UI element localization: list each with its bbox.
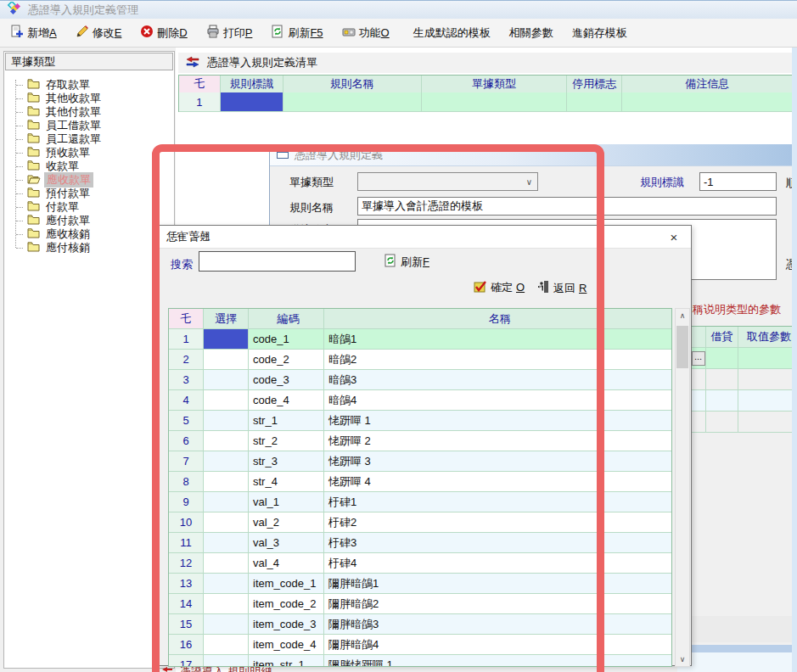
list-icon xyxy=(185,56,200,70)
picker-row[interactable]: 10 val_2 杅硉2 xyxy=(169,512,671,533)
search-input[interactable] xyxy=(199,251,356,272)
tree-item[interactable]: 其他付款單 xyxy=(9,105,174,119)
name-cell: 杅硉1 xyxy=(324,492,671,512)
print-button[interactable]: 打印P xyxy=(203,22,256,43)
picker-row[interactable]: 11 val_3 杅硉3 xyxy=(169,533,671,553)
select-cell[interactable] xyxy=(204,594,249,614)
column-header-code[interactable]: 編碼 xyxy=(249,309,324,329)
column-header-disabled-flag[interactable]: 停用標志 xyxy=(567,76,622,93)
picker-scrollbar[interactable]: ∧ ∨ xyxy=(675,308,690,667)
code-cell: val_1 xyxy=(249,492,324,512)
rule-id-input[interactable]: -1 xyxy=(699,172,777,191)
picker-row[interactable]: 12 val_4 杅硉4 xyxy=(169,553,671,574)
picker-row[interactable]: 17 item_str_1 隬胖恅趼嘽 1 xyxy=(169,655,671,667)
tree-item[interactable]: 存取款單 xyxy=(9,78,174,92)
column-header-memo[interactable]: 備注信息 xyxy=(622,76,792,93)
doc-type-combobox[interactable]: ∨ xyxy=(357,172,538,191)
tree-item[interactable]: 應付款單 xyxy=(9,214,174,227)
column-header-value-param[interactable]: 取值參數 xyxy=(738,327,797,348)
ellipsis-button[interactable]: ... xyxy=(692,351,705,366)
select-cell[interactable] xyxy=(204,574,249,594)
doc-type-panel-header: 單據類型 xyxy=(5,53,173,70)
row-number: 12 xyxy=(169,553,204,574)
scrollbar-thumb[interactable] xyxy=(676,326,688,368)
tree-item[interactable]: 其他收款單 xyxy=(9,92,174,105)
column-header-seq[interactable]: 乇 xyxy=(179,76,221,93)
refresh-button[interactable]: 刷新F5 xyxy=(267,22,326,43)
column-header-seq[interactable]: 乇 xyxy=(169,309,204,329)
main-list-row[interactable]: 1 xyxy=(178,92,792,112)
tree-item[interactable]: 收款單 xyxy=(9,160,174,173)
scroll-down-icon[interactable]: ∨ xyxy=(676,652,689,666)
picker-row[interactable]: 5 str_1 恅趼嘽 1 xyxy=(169,411,671,431)
folder-closed-icon xyxy=(27,200,40,214)
picker-row[interactable]: 8 str_4 恅趼嘽 4 xyxy=(169,472,671,492)
scroll-up-icon[interactable]: ∧ xyxy=(676,309,689,322)
select-cell[interactable] xyxy=(204,472,249,492)
picker-row[interactable]: 7 str_3 恅趼嘽 3 xyxy=(169,451,671,472)
exit-icon xyxy=(537,280,550,296)
app-window: 憑證導入規則定義管理 新增A 修改E 刪除D 打印P 刷新F5 功能O 生成默認… xyxy=(0,0,797,672)
function-button[interactable]: 功能O xyxy=(339,22,393,43)
select-cell[interactable] xyxy=(204,370,249,390)
tree-item[interactable]: 預收款單 xyxy=(9,146,174,160)
select-cell[interactable] xyxy=(204,553,249,574)
code-cell: str_2 xyxy=(249,431,324,451)
select-cell[interactable] xyxy=(204,451,249,472)
tree-item[interactable]: 應付核銷 xyxy=(9,241,174,255)
column-header-select[interactable]: 選擇 xyxy=(204,309,249,329)
select-cell[interactable] xyxy=(204,512,249,533)
code-cell: code_1 xyxy=(249,329,324,350)
tree-item[interactable]: 應收核銷 xyxy=(9,227,174,241)
params-grid-row[interactable] xyxy=(691,369,797,390)
delete-button[interactable]: 刪除D xyxy=(137,22,190,43)
select-cell[interactable] xyxy=(204,533,249,553)
select-cell[interactable] xyxy=(204,411,249,431)
column-header-rule-name[interactable]: 規則名稱 xyxy=(283,76,422,93)
ok-button[interactable]: 確定O xyxy=(474,280,525,295)
params-grid-row[interactable] xyxy=(691,390,797,412)
select-cell[interactable] xyxy=(204,492,249,512)
column-header-debit-credit[interactable]: 借貸 xyxy=(706,327,738,348)
select-cell[interactable] xyxy=(204,390,249,411)
picker-row[interactable]: 9 val_1 杅硉1 xyxy=(169,492,671,512)
edit-button[interactable]: 修改E xyxy=(72,22,126,43)
select-cell[interactable] xyxy=(204,431,249,451)
params-grid-row[interactable]: ... xyxy=(691,348,797,369)
params-grid-row[interactable] xyxy=(691,412,797,433)
related-params-button[interactable]: 相關參數 xyxy=(506,23,557,43)
select-cell[interactable] xyxy=(204,614,249,635)
column-header-rule-id[interactable]: 規則標識 xyxy=(221,76,283,93)
generate-default-template-button[interactable]: 生成默認的模板 xyxy=(410,23,494,43)
picker-row[interactable]: 3 code_3 暗鵮3 xyxy=(169,370,671,390)
select-cell[interactable] xyxy=(204,655,249,667)
select-cell[interactable] xyxy=(204,635,249,655)
selected-cell[interactable] xyxy=(221,92,283,112)
inventory-template-button[interactable]: 進銷存模板 xyxy=(569,23,631,43)
column-header-doc-type[interactable]: 單據類型 xyxy=(422,76,568,93)
picker-row[interactable]: 1 code_1 暗鵮1 xyxy=(169,329,671,350)
picker-row[interactable]: 13 item_code_1 隬胖暗鵮1 xyxy=(169,574,671,594)
tree-item[interactable]: 員工還款單 xyxy=(9,132,174,146)
tree-item[interactable]: 預付款單 xyxy=(9,187,174,200)
folder-open-icon xyxy=(27,173,41,187)
add-button[interactable]: 新增A xyxy=(7,22,60,43)
code-cell: code_4 xyxy=(249,390,324,411)
folder-closed-icon xyxy=(27,187,40,200)
picker-row[interactable]: 15 item_code_3 隬胖暗鵮3 xyxy=(169,614,671,635)
column-header-name[interactable]: 名稱 xyxy=(324,309,671,329)
rule-name-input[interactable]: 單據導入會計憑證的模板 xyxy=(357,197,777,216)
picker-refresh-button[interactable]: 刷新F xyxy=(384,254,429,270)
picker-row[interactable]: 4 code_4 暗鵮4 xyxy=(169,390,671,411)
tree-item[interactable]: 付款單 xyxy=(9,200,174,214)
back-button[interactable]: 返回R xyxy=(537,280,587,296)
tree-item[interactable]: 應收款單 xyxy=(9,173,174,187)
close-icon[interactable]: × xyxy=(665,230,682,244)
select-cell[interactable] xyxy=(204,329,249,350)
picker-row[interactable]: 2 code_2 暗鵮2 xyxy=(169,350,671,370)
picker-row[interactable]: 14 item_code_2 隬胖暗鵮2 xyxy=(169,594,671,614)
select-cell[interactable] xyxy=(204,350,249,370)
picker-row[interactable]: 6 str_2 恅趼嘽 2 xyxy=(169,431,671,451)
tree-item[interactable]: 員工借款單 xyxy=(9,119,174,132)
picker-row[interactable]: 16 item_code_4 隬胖暗鵮4 xyxy=(169,635,671,655)
